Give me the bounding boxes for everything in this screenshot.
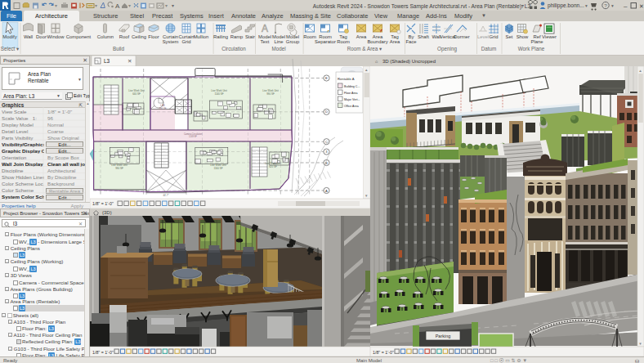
svg-text:1249 SF: 1249 SF xyxy=(189,135,197,138)
svg-text:Modify: Modify xyxy=(2,34,16,39)
svg-text:Plane: Plane xyxy=(530,39,543,44)
svg-text:D: D xyxy=(325,110,328,114)
svg-text:44'-7": 44'-7" xyxy=(163,194,168,197)
svg-text:1160 SF: 1160 SF xyxy=(213,167,222,170)
svg-text:⌂: ⌂ xyxy=(375,59,378,64)
svg-text:✕: ✕ xyxy=(127,58,132,64)
svg-text:Text: Text xyxy=(261,39,270,44)
svg-text:Room & Area ▾: Room & Area ▾ xyxy=(347,46,382,52)
svg-text:Window: Window xyxy=(47,34,65,39)
svg-text:Room: Room xyxy=(303,34,316,39)
svg-text:{3D}: {3D} xyxy=(102,210,112,215)
svg-text:Grid: Grid xyxy=(489,34,498,39)
svg-text:E: E xyxy=(325,76,328,80)
svg-text:Building C...: Building C... xyxy=(344,85,360,88)
svg-text:Separator: Separator xyxy=(315,39,336,44)
svg-text:L3: L3 xyxy=(104,58,110,64)
svg-text:1/8" = 1'-0": 1/8" = 1'-0" xyxy=(92,201,114,206)
svg-text:Dormer: Dormer xyxy=(454,34,470,39)
svg-text:Level: Level xyxy=(477,34,489,39)
svg-text:Tag: Tag xyxy=(339,34,347,39)
svg-text:Datum: Datum xyxy=(481,46,497,52)
svg-text:990 SF: 990 SF xyxy=(266,92,275,96)
svg-text:Office Area: Office Area xyxy=(344,105,359,108)
svg-text:System: System xyxy=(163,39,179,44)
svg-text:Major Vert...: Major Vert... xyxy=(344,98,360,101)
svg-text:Tag: Tag xyxy=(391,34,399,39)
svg-text:1/8" = 1'-0": 1/8" = 1'-0" xyxy=(373,350,394,355)
svg-text:1140 SF: 1140 SF xyxy=(214,92,223,96)
svg-text:Roof: Roof xyxy=(119,34,130,39)
svg-text:990 SF: 990 SF xyxy=(115,167,123,170)
svg-text:Column: Column xyxy=(97,34,114,39)
svg-text:Model: Model xyxy=(272,34,285,39)
svg-text:Room: Room xyxy=(337,39,350,44)
svg-text:Opening: Opening xyxy=(437,46,457,52)
svg-text:Face: Face xyxy=(405,39,417,44)
svg-text:Ceiling: Ceiling xyxy=(132,34,146,39)
svg-text:Area: Area xyxy=(373,34,383,39)
svg-text:Model: Model xyxy=(286,34,299,39)
svg-text:Wall: Wall xyxy=(24,34,33,39)
svg-text:▼: ▼ xyxy=(364,194,368,198)
svg-text:Railing: Railing xyxy=(213,34,228,39)
svg-text:Shaft: Shaft xyxy=(418,34,429,39)
svg-text:▲: ▲ xyxy=(364,68,368,72)
svg-text:Parking: Parking xyxy=(436,334,451,338)
svg-text:Mullion: Mullion xyxy=(194,34,209,39)
svg-text:Curtain: Curtain xyxy=(163,34,178,39)
svg-text:▼: ▼ xyxy=(638,342,642,346)
svg-text:Build: Build xyxy=(113,46,124,52)
svg-text:Door: Door xyxy=(36,34,47,39)
svg-text:Rentable A: Rentable A xyxy=(338,77,355,81)
svg-text:Curtain: Curtain xyxy=(179,34,195,39)
svg-text:By: By xyxy=(409,34,414,39)
svg-text:394 SF: 394 SF xyxy=(159,107,166,110)
svg-text:Work Plane: Work Plane xyxy=(518,46,545,52)
svg-text:Area: Area xyxy=(356,34,367,39)
svg-text:Set: Set xyxy=(506,34,513,39)
svg-text:▲: ▲ xyxy=(638,69,642,73)
svg-text:Area: Area xyxy=(390,39,400,44)
svg-text:A: A xyxy=(325,189,328,193)
svg-text:C: C xyxy=(325,140,328,144)
svg-text:Show: Show xyxy=(517,34,529,39)
svg-text:Floor: Floor xyxy=(148,34,159,39)
svg-text:Component: Component xyxy=(66,34,92,39)
svg-text:A: A xyxy=(262,23,268,34)
svg-text:Model: Model xyxy=(271,46,285,52)
svg-text:Viewer: Viewer xyxy=(542,34,557,39)
svg-text:Select ▾: Select ▾ xyxy=(1,46,20,52)
svg-text:Group: Group xyxy=(286,39,300,44)
svg-text:Ref: Ref xyxy=(533,34,541,39)
svg-text:3D (Shaded) Uncropped: 3D (Shaded) Uncropped xyxy=(382,59,436,64)
svg-text:Circulation: Circulation xyxy=(221,46,246,52)
svg-text:Room: Room xyxy=(319,34,332,39)
svg-text:640 SF: 640 SF xyxy=(132,92,141,96)
svg-text:Line: Line xyxy=(274,39,284,44)
svg-text:620 SF: 620 SF xyxy=(269,165,277,168)
svg-text:Stair: Stair xyxy=(245,34,255,39)
svg-text:Grid: Grid xyxy=(181,39,190,44)
svg-text:Ramp: Ramp xyxy=(230,34,244,39)
svg-text:Model: Model xyxy=(258,34,271,39)
svg-text:1/8" = 1'-0": 1/8" = 1'-0" xyxy=(92,350,114,355)
svg-text:Floor Area: Floor Area xyxy=(344,92,358,95)
svg-text:B: B xyxy=(325,161,328,165)
svg-text:Boundary: Boundary xyxy=(367,39,387,44)
